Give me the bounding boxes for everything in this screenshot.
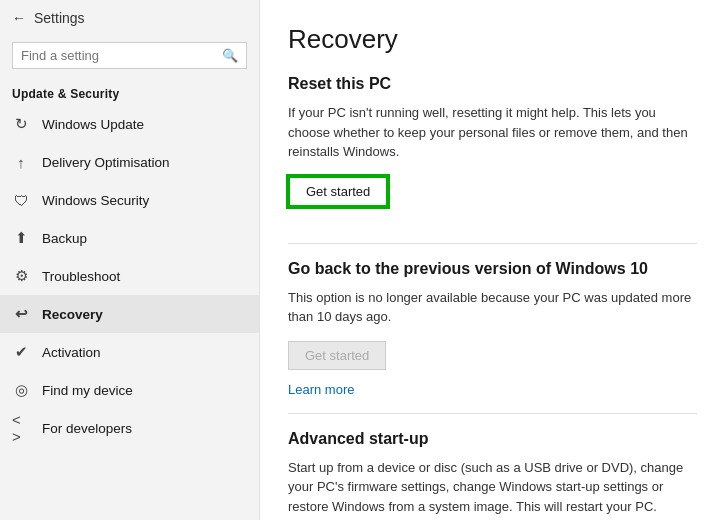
divider-2	[288, 413, 697, 414]
settings-back-header[interactable]: ← Settings	[0, 0, 259, 36]
go-back-get-started-button: Get started	[288, 341, 386, 370]
sidebar-item-label-recovery: Recovery	[42, 307, 103, 322]
divider-1	[288, 243, 697, 244]
find-my-device-icon: ◎	[12, 381, 30, 399]
go-back-section-title: Go back to the previous version of Windo…	[288, 260, 697, 278]
learn-more-link[interactable]: Learn more	[288, 382, 697, 397]
sidebar: ← Settings 🔍 Update & Security ↻Windows …	[0, 0, 260, 520]
recovery-icon: ↩	[12, 305, 30, 323]
settings-title: Settings	[34, 10, 85, 26]
sidebar-item-recovery[interactable]: ↩Recovery	[0, 295, 259, 333]
search-input[interactable]	[21, 48, 216, 63]
go-back-section-desc: This option is no longer available becau…	[288, 288, 697, 327]
windows-security-icon: 🛡	[12, 191, 30, 209]
sidebar-item-troubleshoot[interactable]: ⚙Troubleshoot	[0, 257, 259, 295]
reset-section-title: Reset this PC	[288, 75, 697, 93]
windows-update-icon: ↻	[12, 115, 30, 133]
activation-icon: ✔	[12, 343, 30, 361]
sidebar-item-label-find-my-device: Find my device	[42, 383, 133, 398]
section-label: Update & Security	[0, 79, 259, 105]
sidebar-item-label-backup: Backup	[42, 231, 87, 246]
search-icon: 🔍	[222, 48, 238, 63]
sidebar-item-windows-security[interactable]: 🛡Windows Security	[0, 181, 259, 219]
reset-get-started-button[interactable]: Get started	[288, 176, 388, 207]
page-title: Recovery	[288, 24, 697, 55]
sidebar-item-label-windows-security: Windows Security	[42, 193, 149, 208]
sidebar-item-backup[interactable]: ⬆Backup	[0, 219, 259, 257]
search-box[interactable]: 🔍	[12, 42, 247, 69]
backup-icon: ⬆	[12, 229, 30, 247]
sidebar-item-label-delivery-optimisation: Delivery Optimisation	[42, 155, 170, 170]
sidebar-item-find-my-device[interactable]: ◎Find my device	[0, 371, 259, 409]
troubleshoot-icon: ⚙	[12, 267, 30, 285]
advanced-section-desc: Start up from a device or disc (such as …	[288, 458, 697, 517]
sidebar-item-label-for-developers: For developers	[42, 421, 132, 436]
sidebar-item-label-activation: Activation	[42, 345, 101, 360]
sidebar-item-label-troubleshoot: Troubleshoot	[42, 269, 120, 284]
sidebar-item-for-developers[interactable]: < >For developers	[0, 409, 259, 447]
main-content: Recovery Reset this PC If your PC isn't …	[260, 0, 725, 520]
for-developers-icon: < >	[12, 419, 30, 437]
advanced-section-title: Advanced start-up	[288, 430, 697, 448]
sidebar-item-windows-update[interactable]: ↻Windows Update	[0, 105, 259, 143]
sidebar-item-activation[interactable]: ✔Activation	[0, 333, 259, 371]
delivery-optimisation-icon: ↑	[12, 153, 30, 171]
sidebar-item-label-windows-update: Windows Update	[42, 117, 144, 132]
nav-list: ↻Windows Update↑Delivery Optimisation🛡Wi…	[0, 105, 259, 447]
back-arrow-icon[interactable]: ←	[12, 10, 26, 26]
sidebar-item-delivery-optimisation[interactable]: ↑Delivery Optimisation	[0, 143, 259, 181]
reset-section-desc: If your PC isn't running well, resetting…	[288, 103, 697, 162]
